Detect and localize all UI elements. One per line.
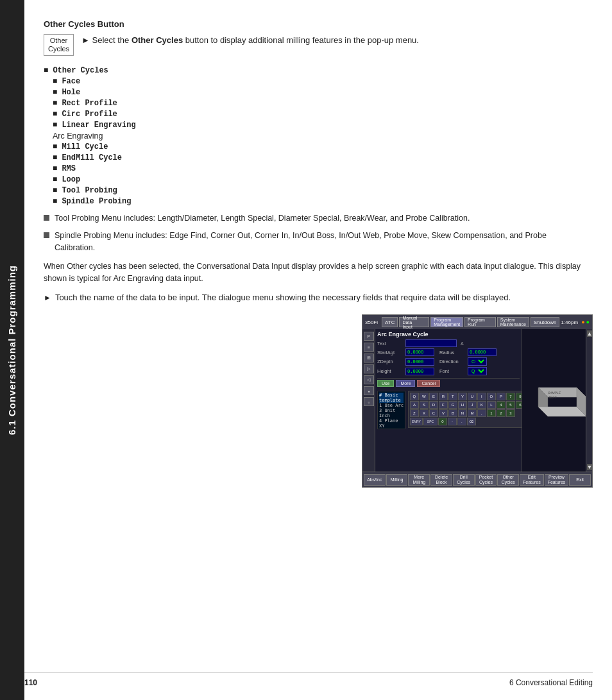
key-x[interactable]: X xyxy=(420,409,429,417)
cnc-keyboard: Q W E R T Y U I O P xyxy=(408,391,522,428)
note-tool-probing: Tool Probing Menu includes: Length/Diame… xyxy=(44,212,586,225)
key-0[interactable]: 0 xyxy=(438,418,447,425)
cnc-key-row-1: Q W E R T Y U I O P xyxy=(410,393,522,400)
intro-row: Other Cycles ► Select the Other Cycles b… xyxy=(44,34,586,56)
template-item-1[interactable]: 1 Use Arc xyxy=(379,403,404,408)
key-u[interactable]: U xyxy=(468,393,477,400)
cnc-select-direction[interactable]: Cw CCw xyxy=(468,357,487,366)
key-1[interactable]: 1 xyxy=(487,409,496,417)
key-2[interactable]: 2 xyxy=(497,409,506,417)
cnc-sidebar-btn-6[interactable]: ⬥ xyxy=(364,386,374,395)
cnc-tab-system[interactable]: SystemMaintenance xyxy=(497,317,529,327)
cnc-btn-edit-features[interactable]: EditFeatures xyxy=(520,474,544,486)
key-6[interactable]: 6 xyxy=(516,401,522,409)
cnc-btn-pocket-cycles[interactable]: PocketCycles xyxy=(475,474,497,486)
key-l[interactable]: L xyxy=(487,401,496,409)
cnc-tab-program[interactable]: ProgramManagement xyxy=(430,317,463,327)
key-8[interactable]: 8 xyxy=(516,393,522,400)
cnc-sidebar-btn-2[interactable]: ≡ xyxy=(364,343,374,352)
footer-section-text: 6 Conversational Editing xyxy=(509,678,593,687)
key-w[interactable]: W xyxy=(420,393,429,400)
key-g[interactable]: G xyxy=(448,401,457,409)
key-c[interactable]: C xyxy=(429,409,438,417)
key-z[interactable]: Z xyxy=(410,409,419,417)
cnc-input-zdepth[interactable] xyxy=(405,358,434,366)
cnc-btn-milling[interactable]: Milling xyxy=(386,474,408,486)
key-v[interactable]: V xyxy=(439,409,448,417)
key-comma[interactable]: , xyxy=(477,409,486,417)
key-space[interactable]: SPC xyxy=(423,418,438,425)
cnc-main-area: P ≡ ⊞ ▷ ◁ ⬥ ⬦ Arc Engrave Cycle Text A xyxy=(362,329,592,472)
key-3[interactable]: 3 xyxy=(506,409,515,417)
cnc-btn-more-milling[interactable]: MoreMilling xyxy=(408,474,430,486)
button-line1: Other xyxy=(48,37,69,45)
key-s[interactable]: S xyxy=(420,401,429,409)
list-item-rect-profile: ■ Rect Profile xyxy=(44,99,586,108)
cnc-3d-preview: SAMPLE TEXT xyxy=(522,329,592,472)
cnc-btn-preview-features[interactable]: PreviewFeatures xyxy=(545,474,569,486)
key-minus[interactable]: - xyxy=(448,418,457,425)
template-item-0[interactable]: # Basic template xyxy=(379,393,404,403)
cnc-more-button[interactable]: More xyxy=(396,380,415,387)
key-f[interactable]: F xyxy=(439,401,448,409)
cnc-action-buttons: Use More Cancel xyxy=(377,378,520,388)
cnc-label-zdepth: ZDepth xyxy=(377,359,403,364)
cnc-sidebar-btn-1[interactable]: P xyxy=(364,332,374,341)
cnc-screen: 350Fi ATC Manual DataInput ProgramManage… xyxy=(362,315,592,487)
cnc-label-radius: Radius xyxy=(439,350,465,355)
key-a[interactable]: A xyxy=(410,401,419,409)
key-5[interactable]: 5 xyxy=(506,401,515,409)
page-footer: 110 6 Conversational Editing xyxy=(24,672,593,687)
cnc-scroll-down[interactable]: ▼ xyxy=(587,464,592,470)
cnc-sidebar-btn-4[interactable]: ▷ xyxy=(364,364,374,373)
key-bksp[interactable]: ⌫ xyxy=(467,418,476,425)
key-h[interactable]: H xyxy=(458,401,467,409)
cnc-tab-manual[interactable]: Manual DataInput xyxy=(399,317,429,327)
cnc-sidebar-btn-7[interactable]: ⬦ xyxy=(364,397,374,406)
key-p[interactable]: P xyxy=(497,393,506,400)
key-enter[interactable]: ENRY xyxy=(410,418,423,425)
cnc-cancel-button[interactable]: Cancel xyxy=(417,380,440,387)
cnc-tab-program-run[interactable]: Program Run xyxy=(464,317,496,327)
cnc-sidebar-btn-3[interactable]: ⊞ xyxy=(364,354,374,363)
key-e[interactable]: E xyxy=(429,393,438,400)
key-j[interactable]: J xyxy=(468,401,477,409)
key-t[interactable]: T xyxy=(448,393,457,400)
template-item-2[interactable]: 3 Unit Inch xyxy=(379,408,404,418)
cnc-input-radius[interactable] xyxy=(468,348,497,356)
key-r[interactable]: R xyxy=(439,393,448,400)
key-i[interactable]: I xyxy=(477,393,486,400)
cnc-input-startagt[interactable] xyxy=(405,348,434,356)
cnc-key-row-4: ENRY SPC 0 - . ⌫ xyxy=(410,418,522,425)
cnc-btn-delete-block[interactable]: DeleteBlock xyxy=(430,474,452,486)
key-y[interactable]: Y xyxy=(458,393,467,400)
key-b[interactable]: B xyxy=(448,409,457,417)
cnc-select-font[interactable]: QSim xyxy=(468,367,487,375)
cnc-tab-shutdown[interactable]: Shutdown xyxy=(531,317,560,327)
key-m[interactable]: M xyxy=(468,409,477,417)
key-dot[interactable]: . xyxy=(457,418,466,425)
cnc-sidebar-btn-5[interactable]: ◁ xyxy=(364,375,374,384)
key-4[interactable]: 4 xyxy=(497,401,506,409)
key-7[interactable]: 7 xyxy=(506,393,515,400)
cnc-key-row-2: A S D F G H J K L 4 xyxy=(410,401,522,409)
key-o[interactable]: O xyxy=(487,393,496,400)
cnc-tab-atc[interactable]: ATC xyxy=(382,317,398,327)
template-item-3[interactable]: 4 Plane XY xyxy=(379,418,404,429)
cnc-btn-other-cycles[interactable]: OtherCycles xyxy=(497,474,519,486)
key-k[interactable]: K xyxy=(477,401,486,409)
cnc-btn-abs-inc[interactable]: Abs/Inc xyxy=(364,474,386,486)
cnc-label-startagt: StartAgt xyxy=(377,350,403,355)
cnc-btn-drill-cycles[interactable]: DrillCycles xyxy=(453,474,475,486)
key-n[interactable]: N xyxy=(458,409,467,417)
button-line2: Cycles xyxy=(48,45,69,53)
key-q[interactable]: Q xyxy=(410,393,419,400)
cnc-btn-exit[interactable]: Exit xyxy=(569,474,591,486)
cnc-scroll-up[interactable]: ▲ xyxy=(587,330,592,337)
key-d[interactable]: D xyxy=(429,401,438,409)
cnc-input-text[interactable] xyxy=(405,339,457,347)
other-cycles-button-illustration: Other Cycles xyxy=(44,34,74,56)
cnc-use-button[interactable]: Use xyxy=(377,380,394,387)
cnc-input-height[interactable] xyxy=(405,368,434,375)
template-item-4[interactable]: 6 BlockForm XMax 1 xyxy=(379,429,404,429)
